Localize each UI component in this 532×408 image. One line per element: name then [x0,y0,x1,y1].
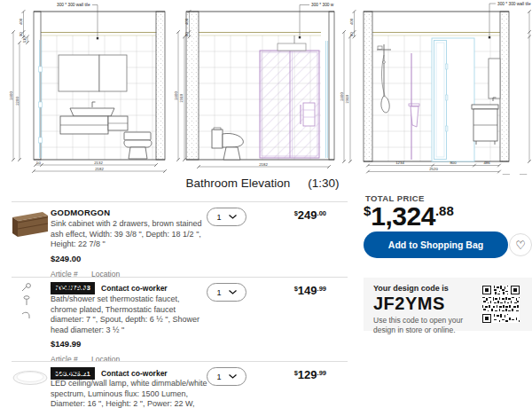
dim-label: 2310 [346,94,350,103]
currency-symbol: $ [294,285,298,293]
scale-label: (1:30) [308,177,339,190]
dim-label: 2400 [340,92,344,101]
faucet-spout-icon [20,310,33,319]
dim-label: 2132 [94,161,103,165]
product-description: Bath/shower set thermostatic faucet, chr… [51,294,208,335]
product-name: GODMORGON [51,208,208,217]
dim-label: 2400 [9,91,13,100]
quantity-value: 1 [216,288,221,297]
dim-label: 800 [450,161,457,165]
quantity-stepper[interactable]: 1 [207,208,246,226]
product-name: VOXNAN [51,283,208,293]
bathroom-planner-page: 400 90 110 2400 2200 50 2132 2182 300 * … [0,0,532,408]
product-name: GUNNARP [51,367,208,377]
tile-size-label: 300 * 300 wall tile [57,3,90,7]
location-label: Location [91,355,120,364]
hand-shower-icon [20,295,33,306]
dim-label: 2200 [15,97,20,106]
dim-label: 2182 [259,162,268,167]
chevron-down-icon [229,374,237,379]
currency-symbol: $ [294,369,298,377]
divider [12,361,348,362]
dim-label: 2182 [95,167,104,171]
price-main: 149 [298,284,317,297]
shower-head-icon [20,282,33,292]
dim-label: 400 [349,18,354,25]
chevron-down-icon [229,290,237,294]
product-thumbnail-lamp [12,369,49,387]
dim-label: 400 [19,18,23,25]
favorite-button[interactable]: ♡ [509,233,532,256]
price-cents: .99 [317,285,326,293]
product-price-inline: $149.99 [51,339,208,349]
chevron-down-icon [229,215,237,219]
design-code-box: Your design code is JF2YMS Use this code… [364,278,532,331]
dim-label: 2400 [174,91,178,100]
add-to-bag-button[interactable]: Add to Shopping Bag [364,231,508,258]
quantity-value: 1 [216,373,221,381]
quantity-stepper[interactable]: 1 [207,283,246,302]
heart-icon: ♡ [515,239,526,252]
dim-label: 1234 [395,161,404,165]
total-price: $1,324.88 [364,201,454,231]
divider [12,201,348,202]
dim-label: 90 [349,32,354,36]
total-main: 1,324 [371,201,435,231]
product-price-inline: $249.00 [51,254,208,263]
elevation-2: 400 90 2400 2310 2182 300 * 300 w [174,3,335,169]
currency-symbol: $ [364,203,371,218]
article-label: Article # [51,355,91,364]
dim-label: 110 [23,36,27,43]
design-code-hint: Use this code to open your design in sto… [373,316,478,334]
drawing-title: Bathroom Elevation (1:30) [0,177,525,190]
price-cents: .00 [317,209,326,217]
product-description: LED ceiling/wall lamp, white dimmable/wh… [51,379,208,408]
product-info: VOXNAN Bath/shower set thermostatic fauc… [51,283,208,380]
product-meta-labels: Article # Location [51,355,208,364]
product-thumbnail-cabinet [12,209,49,238]
dim-label: 486 [483,161,490,165]
price-main: 249 [298,208,317,222]
elevation-drawings: 400 90 110 2400 2200 50 2132 2182 300 * … [0,0,532,175]
quantity-stepper[interactable]: 1 [207,367,246,386]
tile-size-label: 300 * 300 w [311,3,334,7]
tile-size-label: 300 * 300 wall tile [497,2,531,6]
row-price: $129.99 [254,366,326,382]
product-info: GUNNARP LED ceiling/wall lamp, white dim… [51,367,208,408]
row-price: $149.99 [254,282,326,298]
elevation-3: 400 90 2400 2310 1234 800 486 2520 300 *… [340,2,531,175]
total-cents: .88 [435,203,454,218]
dim-label: 2520 [429,167,438,171]
dim-label: 50 [36,161,41,165]
qr-code [482,286,520,323]
divider [12,277,348,278]
dim-label: 400 [184,18,189,25]
product-info: GODMORGON Sink cabinet with 2 drawers, b… [51,208,208,294]
row-price: $249.00 [254,207,326,223]
dim-label: 2310 [180,93,184,102]
page-title: Bathroom Elevation [186,177,291,190]
currency-symbol: $ [294,209,298,217]
product-thumbnail-faucet-set [20,282,33,319]
dim-label: 90 [19,32,23,36]
elevation-1: 400 90 110 2400 2200 50 2132 2182 300 * … [9,3,167,173]
price-main: 129 [298,368,317,381]
dim-label: 90 [184,32,189,36]
quantity-value: 1 [216,213,221,222]
product-description: Sink cabinet with 2 drawers, brown stain… [51,219,208,250]
price-cents: .99 [317,369,326,377]
